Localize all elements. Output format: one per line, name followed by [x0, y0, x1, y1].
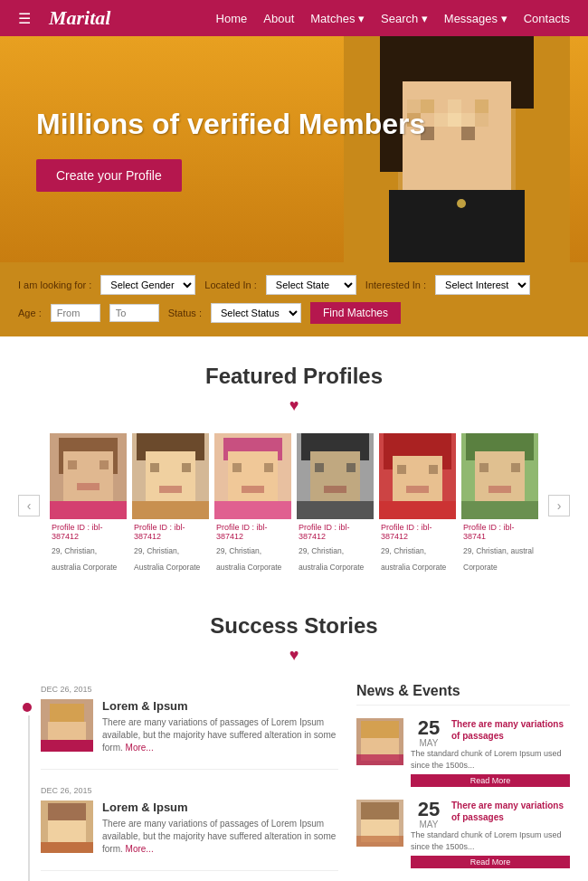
svg-rect-34	[146, 451, 195, 501]
svg-rect-38	[132, 501, 209, 519]
interest-select[interactable]: Select Interest	[435, 275, 530, 295]
story-content-2: Lorem & Ipsum There are many variations …	[102, 800, 338, 856]
hero-content: Millions of verified Members Create your…	[0, 80, 461, 219]
svg-rect-55	[393, 456, 442, 501]
svg-rect-35	[150, 463, 159, 472]
profile-id-6: Profile ID : ibl-38741	[463, 523, 536, 541]
nav-home[interactable]: Home	[216, 12, 248, 25]
nav-about[interactable]: About	[263, 12, 294, 25]
profile-detail-3: 29, Christian, australia Corporate	[216, 546, 281, 572]
svg-rect-36	[182, 463, 191, 472]
svg-rect-74	[41, 842, 93, 853]
news-text-2: The standard chunk of Lorem Ipsum used s…	[411, 829, 570, 852]
story-wrapper: DEC 26, 2015	[18, 683, 338, 881]
svg-rect-37	[159, 486, 182, 493]
svg-rect-28	[68, 460, 77, 469]
profile-image-6	[461, 433, 538, 519]
profile-card: Profile ID : ibl-387412 29, Christian, A…	[132, 433, 209, 577]
profile-detail-5: 29, Christian, australia Corporate	[381, 546, 446, 572]
profile-id-4: Profile ID : ibl-387412	[299, 523, 372, 541]
profile-info-3: Profile ID : ibl-387412 29, Christian, a…	[214, 519, 291, 577]
svg-rect-51	[324, 486, 346, 493]
news-day-1: 25	[411, 718, 447, 738]
news-text-1: The standard chunk of Lorem Ipsum used s…	[411, 748, 570, 771]
featured-divider: ♥	[18, 396, 570, 415]
featured-profiles-section: Featured Profiles ♥ ‹ Profi	[0, 336, 588, 604]
news-item-2: 25 MAY There are many variations of pass…	[356, 800, 570, 868]
profile-card: Profile ID : ibl-387412 29, Christian, a…	[50, 433, 127, 577]
profile-detail-1: 29, Christian, australia Corporate	[52, 546, 117, 572]
svg-rect-57	[429, 465, 438, 474]
profile-info-4: Profile ID : ibl-387412 29, Christian, a…	[297, 519, 374, 577]
svg-rect-21	[461, 127, 475, 140]
story-date-1: DEC 26, 2015	[41, 685, 338, 694]
search-bar: I am looking for : Select Gender Located…	[0, 262, 588, 336]
story-content-1: Lorem & Ipsum There are many variations …	[102, 699, 338, 754]
age-label: Age :	[18, 308, 42, 318]
svg-rect-30	[77, 483, 100, 490]
profile-detail-2: 29, Christian, Australia Corporate	[134, 546, 200, 572]
svg-rect-59	[379, 501, 456, 519]
svg-rect-41	[228, 451, 278, 501]
profile-image-4	[297, 433, 374, 519]
profile-info-6: Profile ID : ibl-38741 29, Christian, au…	[461, 519, 538, 577]
svg-rect-70	[41, 740, 93, 752]
svg-rect-31	[50, 501, 127, 519]
read-more-button-1[interactable]: Read More	[411, 774, 570, 787]
carousel-prev-button[interactable]: ‹	[18, 495, 40, 516]
state-select[interactable]: Select State	[266, 275, 356, 295]
timeline-dot	[23, 703, 32, 712]
svg-rect-10	[475, 99, 488, 113]
story-more-link-1[interactable]: More...	[126, 743, 154, 753]
news-column: News & Events 25 MAY	[356, 683, 570, 881]
news-day-2: 25	[411, 800, 447, 819]
success-title: Success Stories	[0, 613, 588, 639]
featured-title: Featured Profiles	[18, 364, 570, 389]
svg-rect-52	[297, 501, 374, 519]
stories-column: DEC 26, 2015	[18, 683, 338, 881]
profile-card: Profile ID : ibl-387412 29, Christian, a…	[214, 433, 291, 577]
gender-select[interactable]: Select Gender	[100, 275, 195, 295]
brand-logo[interactable]: Marital	[49, 6, 110, 30]
profile-image-3	[214, 433, 291, 519]
search-row-2: Age : Status : Select Status Find Matche…	[18, 302, 570, 324]
hamburger-icon[interactable]: ☰	[18, 10, 31, 27]
create-profile-button[interactable]: Create your Profile	[36, 159, 182, 192]
news-thumb-1	[356, 718, 403, 765]
age-from-input[interactable]	[51, 304, 100, 322]
svg-rect-66	[461, 501, 538, 519]
story-item-1: DEC 26, 2015	[41, 683, 338, 770]
carousel-next-button[interactable]: ›	[548, 495, 570, 516]
nav-messages[interactable]: Messages ▾	[444, 12, 507, 25]
svg-rect-63	[479, 463, 488, 472]
story-thumb-1	[41, 699, 93, 752]
hero-title: Millions of verified Members	[36, 107, 425, 141]
status-select[interactable]: Select Status	[211, 303, 301, 323]
find-matches-button[interactable]: Find Matches	[310, 302, 401, 324]
svg-rect-22	[475, 127, 488, 140]
navbar: ☰ Marital Home About Matches ▾ Search ▾ …	[0, 0, 588, 36]
profile-info-5: Profile ID : ibl-387412 29, Christian, a…	[379, 519, 456, 577]
story-more-link-2[interactable]: More...	[126, 844, 154, 854]
hero-section: Millions of verified Members Create your…	[0, 36, 588, 262]
news-month-2: MAY	[411, 819, 447, 829]
status-label: Status :	[168, 308, 202, 318]
svg-rect-15	[461, 113, 475, 127]
nav-search[interactable]: Search ▾	[381, 12, 428, 25]
news-date-block-1: 25 MAY	[411, 718, 447, 748]
timeline-side	[18, 683, 32, 881]
nav-links: Home About Matches ▾ Search ▾ Messages ▾…	[216, 10, 570, 26]
svg-rect-50	[346, 463, 356, 472]
profile-card: Profile ID : ibl-387412 29, Christian, a…	[379, 433, 456, 577]
story-title-2: Lorem & Ipsum	[102, 800, 338, 814]
age-to-input[interactable]	[109, 304, 159, 322]
nav-matches[interactable]: Matches ▾	[310, 12, 365, 25]
profile-image-5	[379, 433, 456, 519]
news-date-content-2: 25 MAY There are many variations of pass…	[411, 800, 570, 868]
svg-rect-45	[214, 501, 291, 519]
profile-card: Profile ID : ibl-387412 29, Christian, a…	[297, 433, 374, 577]
nav-contacts[interactable]: Contacts	[524, 12, 570, 25]
two-column-layout: DEC 26, 2015	[0, 683, 588, 881]
svg-rect-43	[264, 463, 273, 472]
read-more-button-2[interactable]: Read More	[411, 856, 570, 868]
